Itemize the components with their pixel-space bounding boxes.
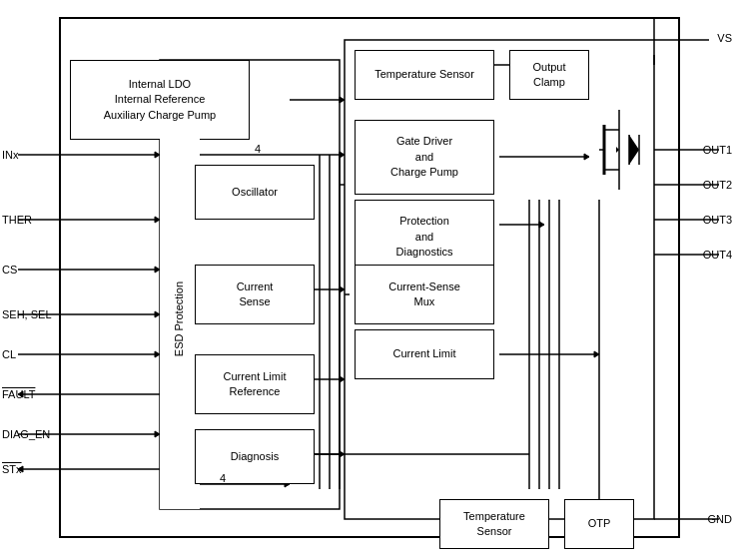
- svg-marker-55: [594, 351, 599, 357]
- protection-block: Protection and Diagnostics: [355, 200, 494, 275]
- vs-label: VS: [717, 32, 732, 44]
- gate-driver-label: Gate Driver and Charge Pump: [390, 134, 458, 180]
- temperature-sensor-top-block: Temperature Sensor: [355, 50, 494, 100]
- out3-label: OUT3: [703, 214, 732, 226]
- diag-en-label: DIAG_EN: [2, 428, 50, 440]
- otp-label: OTP: [588, 516, 611, 531]
- oscillator-label: Oscillator: [232, 185, 278, 200]
- block-diagram: Internal LDO Internal Reference Auxiliar…: [0, 0, 736, 560]
- inx-label: INx: [2, 149, 19, 161]
- svg-marker-39: [340, 286, 345, 292]
- diagnosis-label: Diagnosis: [231, 449, 279, 464]
- cl-label: CL: [2, 348, 16, 360]
- ther-label: THER: [2, 214, 32, 226]
- out1-label: OUT1: [703, 144, 732, 156]
- esd-protection-block: ESD Protection: [160, 130, 200, 509]
- otp-block: OTP: [564, 499, 634, 549]
- current-limit-label: Current Limit: [393, 346, 456, 361]
- gnd-label: GND: [708, 513, 732, 525]
- internal-ldo-label: Internal LDO Internal Reference Auxiliar…: [104, 77, 217, 123]
- transistor-symbol: [594, 100, 644, 200]
- svg-marker-34: [340, 152, 345, 158]
- temperature-sensor-bottom-label: Temperature Sensor: [463, 509, 525, 540]
- svg-marker-50: [584, 154, 589, 160]
- current-sense-label: Current Sense: [237, 280, 274, 310]
- current-limit-ref-block: Current Limit Reference: [195, 354, 315, 414]
- svg-marker-78: [629, 135, 639, 165]
- svg-marker-59: [340, 97, 345, 103]
- cs-label: CS: [2, 264, 17, 276]
- esd-protection-label: ESD Protection: [172, 281, 187, 356]
- current-limit-ref-label: Current Limit Reference: [224, 369, 287, 400]
- svg-marker-45: [340, 451, 345, 457]
- internal-ldo-block: Internal LDO Internal Reference Auxiliar…: [70, 60, 250, 140]
- fault-label: FAULT: [2, 388, 35, 400]
- out2-label: OUT2: [703, 179, 732, 191]
- temperature-sensor-bottom-block: Temperature Sensor: [439, 499, 549, 549]
- four-bottom-label: 4: [220, 472, 226, 484]
- seh-sel-label: SEH, SEL: [2, 308, 52, 320]
- out4-label: OUT4: [703, 249, 732, 261]
- current-limit-block: Current Limit: [355, 329, 494, 379]
- current-sense-mux-block: Current-Sense Mux: [355, 265, 494, 324]
- four-top-label: 4: [255, 143, 261, 155]
- diagnosis-block: Diagnosis: [195, 429, 315, 484]
- svg-marker-41: [340, 376, 345, 382]
- oscillator-block: Oscillator: [195, 165, 315, 220]
- current-sense-block: Current Sense: [195, 265, 315, 324]
- protection-label: Protection and Diagnostics: [396, 214, 453, 260]
- transistor-svg: [594, 100, 644, 200]
- stx-label: STx: [2, 463, 22, 475]
- svg-marker-52: [539, 222, 544, 228]
- output-clamp-label: Output Clamp: [532, 60, 565, 91]
- current-sense-mux-label: Current-Sense Mux: [388, 280, 460, 310]
- output-clamp-block: Output Clamp: [509, 50, 589, 100]
- temperature-sensor-top-label: Temperature Sensor: [374, 67, 474, 82]
- gate-driver-block: Gate Driver and Charge Pump: [355, 120, 494, 195]
